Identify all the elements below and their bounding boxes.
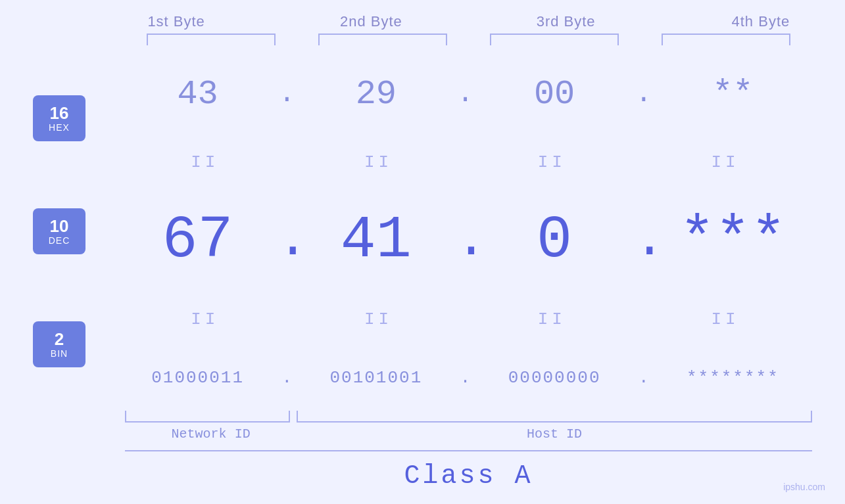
eq1-cell-4: II xyxy=(639,152,812,172)
content-area: 16 HEX 10 DEC 2 BIN 43 . 29 xyxy=(33,55,812,407)
hex-num: 16 xyxy=(50,104,69,123)
bin-name: BIN xyxy=(51,348,68,359)
hex-dot-1: . xyxy=(277,78,297,110)
hex-dot-2: . xyxy=(456,78,475,110)
bin-val-3: 00000000 xyxy=(508,368,601,388)
bottom-host-bracket xyxy=(297,411,812,423)
top-bracket-1 xyxy=(147,34,276,45)
top-bracket-4 xyxy=(662,34,790,45)
bin-val-4: ******** xyxy=(687,368,779,388)
dec-cell-2: 41 xyxy=(297,211,455,270)
top-bracket-3 xyxy=(490,34,619,45)
dec-dot-1: . xyxy=(277,214,297,267)
bracket-cell-3 xyxy=(469,34,640,45)
bin-cell-2: 00101001 xyxy=(297,368,455,388)
dec-name: DEC xyxy=(49,235,70,246)
hex-dot-3: . xyxy=(634,78,654,110)
bin-val-2: 00101001 xyxy=(329,368,422,388)
bin-val-1: 01000011 xyxy=(151,368,244,388)
eq2-cell-1: II xyxy=(118,309,292,329)
equals-row-1: II II II II xyxy=(118,152,812,172)
hex-name: HEX xyxy=(49,122,70,133)
bin-dot-3: . xyxy=(634,368,654,388)
dec-val-1: 67 xyxy=(162,211,233,270)
bracket-cell-1 xyxy=(125,34,297,45)
bin-cell-4: ******** xyxy=(654,368,812,388)
byte-header-4: 4th Byte xyxy=(664,13,845,30)
base-labels: 16 HEX 10 DEC 2 BIN xyxy=(33,55,118,407)
hex-cell-1: 43 xyxy=(118,75,277,114)
dec-num: 10 xyxy=(50,217,69,236)
dec-val-2: 41 xyxy=(341,211,412,270)
hex-cell-4: ** xyxy=(654,75,812,114)
dec-cell-4: *** xyxy=(654,211,812,270)
rows-container: 43 . 29 . 00 . ** II II II II xyxy=(118,55,812,407)
dec-cell-3: 0 xyxy=(475,211,634,270)
main-container: 1st Byte 2nd Byte 3rd Byte 4th Byte 16 H… xyxy=(0,0,845,504)
dec-badge: 10 DEC xyxy=(33,208,85,254)
eq1-cell-3: II xyxy=(466,152,639,172)
bin-cell-1: 01000011 xyxy=(118,368,277,388)
network-id-label: Network ID xyxy=(125,426,297,442)
top-bracket-2 xyxy=(318,34,447,45)
hex-cell-2: 29 xyxy=(297,75,455,114)
dec-val-4: *** xyxy=(679,211,786,270)
hex-val-4: ** xyxy=(712,75,753,114)
eq2-cell-3: II xyxy=(466,309,639,329)
byte-header-3: 3rd Byte xyxy=(469,13,664,30)
byte-headers-row: 1st Byte 2nd Byte 3rd Byte 4th Byte xyxy=(79,13,845,30)
hex-row: 43 . 29 . 00 . ** xyxy=(118,75,812,114)
dec-cell-1: 67 xyxy=(118,211,277,270)
dec-dot-3: . xyxy=(634,214,654,267)
bin-cell-3: 00000000 xyxy=(475,368,634,388)
dec-dot-2: . xyxy=(456,214,475,267)
hex-cell-3: 00 xyxy=(475,75,634,114)
dec-val-3: 0 xyxy=(537,211,572,270)
hex-val-3: 00 xyxy=(534,75,575,114)
host-id-label: Host ID xyxy=(297,426,812,442)
top-bracket-row xyxy=(125,34,812,45)
dec-row: 67 . 41 . 0 . *** xyxy=(118,211,812,270)
bin-badge: 2 BIN xyxy=(33,321,85,367)
eq2-cell-2: II xyxy=(292,309,466,329)
equals-row-2: II II II II xyxy=(118,309,812,329)
class-line xyxy=(125,450,812,451)
hex-val-2: 29 xyxy=(356,75,397,114)
bracket-cell-4 xyxy=(640,34,812,45)
byte-header-1: 1st Byte xyxy=(79,13,274,30)
watermark: ipshu.com xyxy=(783,482,825,492)
bin-row: 01000011 . 00101001 . 00000000 . *******… xyxy=(118,368,812,388)
bottom-bracket-row xyxy=(125,411,812,424)
eq1-cell-2: II xyxy=(292,152,466,172)
bracket-cell-2 xyxy=(297,34,468,45)
hex-badge: 16 HEX xyxy=(33,95,85,141)
bottom-network-bracket xyxy=(125,411,290,423)
class-line-container xyxy=(125,450,812,451)
bin-dot-1: . xyxy=(277,368,297,388)
eq1-cell-1: II xyxy=(118,152,292,172)
bin-dot-2: . xyxy=(456,368,475,388)
class-label-row: Class A xyxy=(125,461,812,491)
id-labels-row: Network ID Host ID xyxy=(125,426,812,442)
hex-val-1: 43 xyxy=(177,75,218,114)
byte-header-2: 2nd Byte xyxy=(274,13,468,30)
class-label: Class A xyxy=(404,461,533,491)
bin-num: 2 xyxy=(55,330,64,349)
eq2-cell-4: II xyxy=(639,309,812,329)
